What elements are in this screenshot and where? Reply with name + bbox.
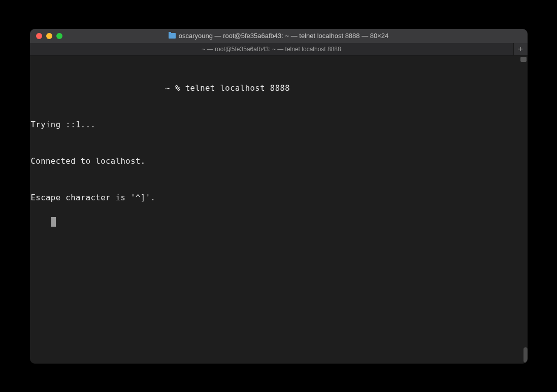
maximize-button[interactable] — [56, 33, 62, 39]
redacted-user-block — [31, 82, 160, 93]
output-line-2: Connected to localhost. — [31, 155, 527, 167]
window-title: oscaryoung — root@5fe35a6afb43: ~ — teln… — [30, 32, 528, 40]
close-button[interactable] — [36, 33, 42, 39]
minimize-button[interactable] — [46, 33, 52, 39]
title-bar[interactable]: oscaryoung — root@5fe35a6afb43: ~ — teln… — [30, 29, 528, 43]
folder-icon — [169, 33, 176, 39]
window-title-text: oscaryoung — root@5fe35a6afb43: ~ — teln… — [179, 32, 389, 40]
terminal-cursor — [51, 217, 56, 227]
prompt-line: ~ % telnet localhost 8888 — [31, 82, 527, 94]
output-line-3: Escape character is '^]'. — [31, 192, 527, 204]
scroll-indicator-icon[interactable] — [520, 57, 527, 62]
new-tab-button[interactable]: + — [513, 43, 528, 55]
prompt-prefix: ~ % — [160, 82, 185, 94]
terminal-content[interactable]: ~ % telnet localhost 8888 Trying ::1... … — [30, 56, 528, 364]
scrollbar-thumb[interactable] — [523, 347, 528, 363]
terminal-window: oscaryoung — root@5fe35a6afb43: ~ — teln… — [30, 29, 528, 364]
tab-bar: ~ — root@5fe35a6afb43: ~ — telnet localh… — [30, 43, 528, 56]
plus-icon: + — [518, 44, 523, 54]
tab-label: ~ — root@5fe35a6afb43: ~ — telnet localh… — [202, 46, 341, 53]
traffic-lights — [36, 33, 62, 39]
output-line-1: Trying ::1... — [31, 119, 527, 131]
tab-active[interactable]: ~ — root@5fe35a6afb43: ~ — telnet localh… — [30, 43, 513, 55]
command-text: telnet localhost 8888 — [185, 82, 290, 94]
